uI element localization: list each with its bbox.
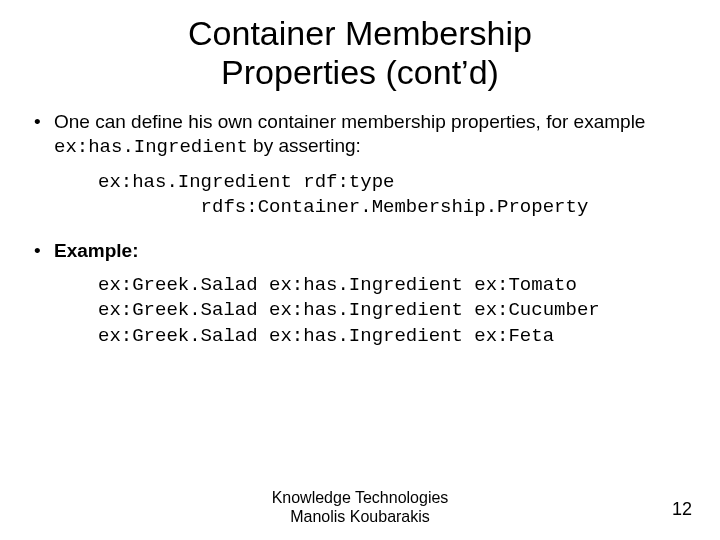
title-line-1: Container Membership [188,14,532,52]
slide-body: One can define his own container members… [0,92,720,349]
page-number: 12 [672,499,692,520]
bullet1-text-pre: One can define his own container members… [54,111,645,132]
bullet-list: One can define his own container members… [30,110,690,349]
slide-title: Container Membership Properties (cont’d) [0,0,720,92]
code1-line1: ex:has.Ingredient rdf:type [98,171,394,193]
code-block-2: ex:Greek.Salad ex:has.Ingredient ex:Toma… [98,273,690,350]
bullet1-inline-code: ex:has.Ingredient [54,136,248,158]
title-line-2: Properties (cont’d) [221,53,499,91]
code2-line1: ex:Greek.Salad ex:has.Ingredient ex:Toma… [98,274,577,296]
code2-line2: ex:Greek.Salad ex:has.Ingredient ex:Cucu… [98,299,600,321]
code-block-1: ex:has.Ingredient rdf:type rdfs:Containe… [98,170,690,221]
code2-line3: ex:Greek.Salad ex:has.Ingredient ex:Feta [98,325,554,347]
footer-line-2: Manolis Koubarakis [290,508,430,525]
slide-footer: Knowledge Technologies Manolis Koubaraki… [0,488,720,526]
code1-line2: rdfs:Container.Membership.Property [98,196,588,218]
footer-line-1: Knowledge Technologies [272,489,449,506]
bullet2-label: Example: [54,240,138,261]
slide: Container Membership Properties (cont’d)… [0,0,720,540]
bullet1-text-post: by asserting: [248,135,361,156]
bullet-item-2: Example: ex:Greek.Salad ex:has.Ingredien… [30,239,690,350]
bullet-item-1: One can define his own container members… [30,110,690,221]
